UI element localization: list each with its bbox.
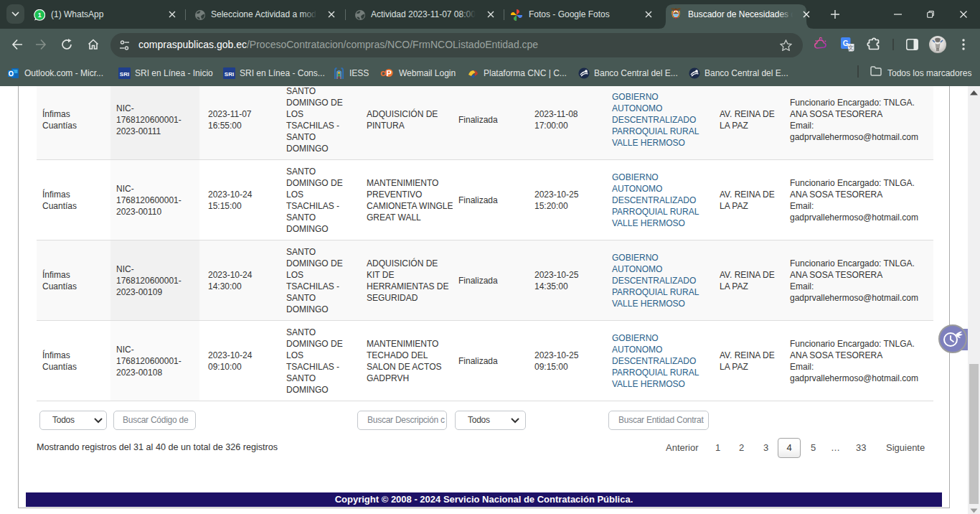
svg-text:文: 文 bbox=[848, 45, 854, 51]
svg-text:1: 1 bbox=[38, 11, 42, 19]
svg-text:c: c bbox=[380, 68, 385, 78]
svg-text:SRI: SRI bbox=[225, 71, 234, 78]
svg-text:P: P bbox=[387, 69, 392, 78]
svg-text:SRI: SRI bbox=[120, 71, 129, 78]
